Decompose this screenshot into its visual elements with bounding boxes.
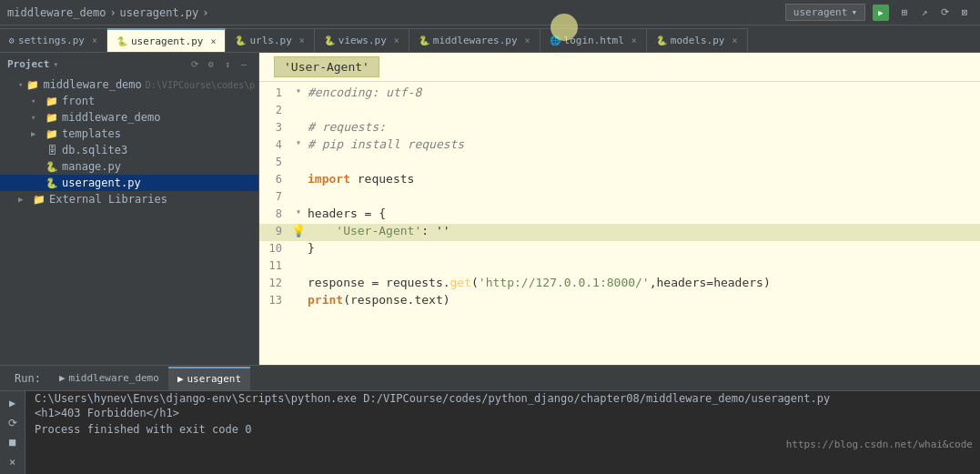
tab-close-settings[interactable]: × xyxy=(92,35,97,45)
line-number-7: 7 xyxy=(259,189,291,203)
play-icon[interactable]: ▶ xyxy=(5,395,21,411)
tree-item-front[interactable]: ▾📁front xyxy=(0,93,258,109)
tree-item-manage.py[interactable]: 🐍manage.py xyxy=(0,158,258,175)
py-file-icon: 🐍 xyxy=(45,176,58,189)
tab-close-login[interactable]: × xyxy=(631,35,637,45)
tab-models[interactable]: 🐍models.py× xyxy=(647,28,748,52)
toolbar-icon-2[interactable]: ↗ xyxy=(916,5,933,21)
code-content-3[interactable]: # requests: xyxy=(306,120,980,134)
tab-close-models[interactable]: × xyxy=(732,35,737,45)
run-config[interactable]: useragent ▾ xyxy=(785,4,865,21)
line-number-3: 3 xyxy=(259,120,291,134)
project-dropdown[interactable]: ▾ xyxy=(53,59,58,69)
code-token xyxy=(308,224,336,237)
tab-label-settings: settings.py xyxy=(18,35,85,46)
fold-arrow[interactable]: ▾ xyxy=(296,137,301,147)
code-line-2: 2 xyxy=(259,103,980,120)
code-token: headers = { xyxy=(308,207,386,220)
editor: 'User-Agent' 1▾#encoding: utf-823# reque… xyxy=(259,53,980,365)
run-body: ▶ ⟳ ■ × C:\Users\hynev\Envs\django-env\S… xyxy=(0,391,980,474)
project-label: Project xyxy=(7,58,49,70)
tab-close-useragent[interactable]: × xyxy=(210,36,216,46)
tree-item-db.sqlite3[interactable]: 🗄db.sqlite3 xyxy=(0,142,258,158)
line-number-2: 2 xyxy=(259,103,291,116)
collapse-icon[interactable]: — xyxy=(237,56,251,71)
tree-item-middleware_demo[interactable]: ▾📁middleware_demo xyxy=(0,109,258,126)
tree-item-templates[interactable]: ▶📁templates xyxy=(0,126,258,142)
breadcrumb-project: middleware_demo xyxy=(7,6,106,19)
run-tab-useragent[interactable]: ▶useragent xyxy=(168,367,250,390)
tree-item-external-libraries[interactable]: ▶📁External Libraries xyxy=(0,191,258,207)
code-content-6[interactable]: import requests xyxy=(306,172,980,186)
code-content-8[interactable]: headers = { xyxy=(306,207,980,220)
tab-close-urls[interactable]: × xyxy=(299,35,305,45)
tab-middlewares[interactable]: 🐍middlewares.py× xyxy=(409,28,541,52)
sidebar-toolbar: ⟳ ⚙ ↕ — xyxy=(187,56,251,71)
tree-arrow: ▾ xyxy=(18,80,23,89)
toolbar-icon-3[interactable]: ⟳ xyxy=(936,5,953,21)
fold-arrow[interactable]: ▾ xyxy=(296,207,301,217)
fold-arrow[interactable]: ▾ xyxy=(296,86,301,96)
code-content-12[interactable]: response = requests.get('http://127.0.0.… xyxy=(306,276,980,289)
tab-icon-urls: 🐍 xyxy=(235,35,246,45)
user-agent-header: 'User-Agent' xyxy=(274,56,379,77)
run-tab-label-useragent: useragent xyxy=(187,373,242,385)
tab-close-views[interactable]: × xyxy=(394,35,399,45)
gear-icon[interactable]: ⚙ xyxy=(204,56,218,71)
tab-icon-login: 🌐 xyxy=(550,35,561,45)
stop-icon[interactable]: ■ xyxy=(5,435,21,451)
tree-arrow: ▶ xyxy=(18,195,29,204)
close-run-icon[interactable]: × xyxy=(5,454,21,470)
toolbar-icon-1[interactable]: ⊞ xyxy=(896,5,913,21)
bulb-icon[interactable]: 💡 xyxy=(291,224,306,237)
folder-icon: 📁 xyxy=(45,111,58,124)
code-token: import xyxy=(308,172,350,186)
bottom-panel: Run: ▶middleware_demo▶useragent ▶ ⟳ ■ × … xyxy=(0,365,980,474)
code-token: # pip install requests xyxy=(308,137,464,151)
code-line-8: 8▾headers = { xyxy=(259,207,980,224)
tab-icon-useragent: 🐍 xyxy=(116,36,127,46)
tab-urls[interactable]: 🐍urls.py× xyxy=(226,28,314,52)
tab-close-middlewares[interactable]: × xyxy=(525,35,530,45)
sync-icon[interactable]: ⟳ xyxy=(187,56,202,71)
tab-login[interactable]: 🌐login.html× xyxy=(541,28,647,52)
top-bar-right: useragent ▾ ⊞ ↗ ⟳ ⊠ xyxy=(785,4,973,21)
tree-item-middleware_demo[interactable]: ▾📁middleware_demo D:\VIPCourse\codes\p xyxy=(0,76,258,93)
code-content-13[interactable]: print(response.text) xyxy=(306,293,980,307)
tab-settings[interactable]: ⚙settings.py× xyxy=(0,28,107,52)
toolbar-icon-4[interactable]: ⊠ xyxy=(956,5,973,21)
tab-label-middlewares: middlewares.py xyxy=(433,35,518,46)
rerun-icon[interactable]: ⟳ xyxy=(5,415,21,431)
tree-arrow: ▾ xyxy=(31,96,42,106)
tree-label: db.sqlite3 xyxy=(62,144,127,156)
tab-views[interactable]: 🐍views.py× xyxy=(315,28,409,52)
run-tab-middleware_demo[interactable]: ▶middleware_demo xyxy=(50,367,168,390)
tab-icon-middlewares: 🐍 xyxy=(419,35,429,45)
output-line-0: C:\Users\hynev\Envs\django-env\Scripts\p… xyxy=(25,391,980,406)
code-content-1[interactable]: #encoding: utf-8 xyxy=(306,86,980,99)
code-content-10[interactable]: } xyxy=(306,241,980,255)
file-icon: 🗄 xyxy=(45,144,58,156)
tab-useragent[interactable]: 🐍useragent.py× xyxy=(107,28,227,52)
folder-icon: 📁 xyxy=(26,78,39,91)
tree-item-useragent.py[interactable]: 🐍useragent.py xyxy=(0,175,258,191)
code-area[interactable]: 1▾#encoding: utf-823# requests:4▾# pip i… xyxy=(259,82,980,365)
expand-icon[interactable]: ↕ xyxy=(220,56,235,71)
code-line-3: 3# requests: xyxy=(259,120,980,137)
folder-icon: 📁 xyxy=(45,127,58,140)
py-file-icon: 🐍 xyxy=(45,160,58,173)
run-button[interactable] xyxy=(873,5,889,21)
tree-label: manage.py xyxy=(62,160,121,173)
tree-label: middleware_demo xyxy=(43,78,141,91)
line-number-9: 9 xyxy=(259,224,291,237)
tree-arrow: ▶ xyxy=(31,129,42,138)
code-gutter-8: ▾ xyxy=(291,207,306,217)
tree-arrow: ▾ xyxy=(31,113,42,122)
line-number-11: 11 xyxy=(259,258,291,272)
code-content-9[interactable]: 'User-Agent': '' xyxy=(306,224,980,237)
code-content-4[interactable]: # pip install requests xyxy=(306,137,980,151)
code-line-13: 13print(response.text) xyxy=(259,293,980,310)
tab-label-views: views.py xyxy=(338,35,387,46)
code-token: get xyxy=(450,276,471,289)
folder-icon: 📁 xyxy=(33,193,45,206)
